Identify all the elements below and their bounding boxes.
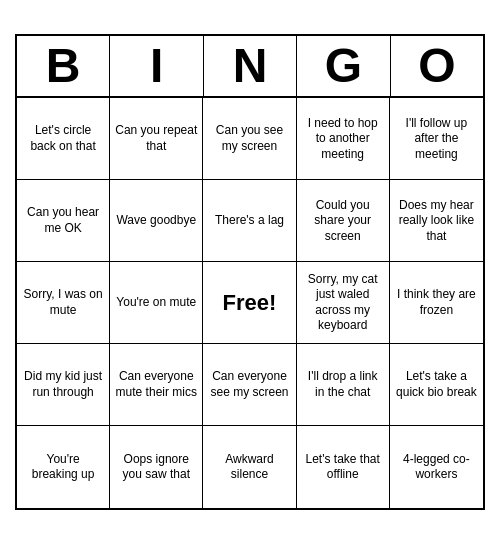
bingo-cell-0[interactable]: Let's circle back on that: [17, 98, 110, 180]
bingo-cell-4[interactable]: I'll follow up after the meeting: [390, 98, 483, 180]
bingo-letter-b: B: [17, 36, 110, 97]
bingo-cell-1[interactable]: Can you repeat that: [110, 98, 203, 180]
bingo-cell-22[interactable]: Awkward silence: [203, 426, 296, 508]
bingo-cell-11[interactable]: You're on mute: [110, 262, 203, 344]
bingo-letter-n: N: [204, 36, 297, 97]
bingo-cell-20[interactable]: You're breaking up: [17, 426, 110, 508]
bingo-cell-10[interactable]: Sorry, I was on mute: [17, 262, 110, 344]
bingo-card: BINGO Let's circle back on thatCan you r…: [15, 34, 485, 511]
bingo-letter-i: I: [110, 36, 203, 97]
free-space[interactable]: Free!: [203, 262, 296, 344]
bingo-cell-19[interactable]: Let's take a quick bio break: [390, 344, 483, 426]
bingo-cell-8[interactable]: Could you share your screen: [297, 180, 390, 262]
bingo-cell-5[interactable]: Can you hear me OK: [17, 180, 110, 262]
bingo-cell-21[interactable]: Oops ignore you saw that: [110, 426, 203, 508]
bingo-cell-17[interactable]: Can everyone see my screen: [203, 344, 296, 426]
bingo-cell-18[interactable]: I'll drop a link in the chat: [297, 344, 390, 426]
bingo-cell-14[interactable]: I think they are frozen: [390, 262, 483, 344]
bingo-cell-24[interactable]: 4-legged co-workers: [390, 426, 483, 508]
bingo-letter-g: G: [297, 36, 390, 97]
bingo-cell-9[interactable]: Does my hear really look like that: [390, 180, 483, 262]
bingo-cell-16[interactable]: Can everyone mute their mics: [110, 344, 203, 426]
bingo-cell-13[interactable]: Sorry, my cat just waled across my keybo…: [297, 262, 390, 344]
bingo-cell-6[interactable]: Wave goodbye: [110, 180, 203, 262]
bingo-cell-2[interactable]: Can you see my screen: [203, 98, 296, 180]
bingo-cell-15[interactable]: Did my kid just run through: [17, 344, 110, 426]
bingo-header: BINGO: [17, 36, 483, 99]
bingo-cell-3[interactable]: I need to hop to another meeting: [297, 98, 390, 180]
bingo-cell-7[interactable]: There's a lag: [203, 180, 296, 262]
bingo-letter-o: O: [391, 36, 483, 97]
bingo-grid: Let's circle back on thatCan you repeat …: [17, 98, 483, 508]
bingo-cell-23[interactable]: Let's take that offline: [297, 426, 390, 508]
